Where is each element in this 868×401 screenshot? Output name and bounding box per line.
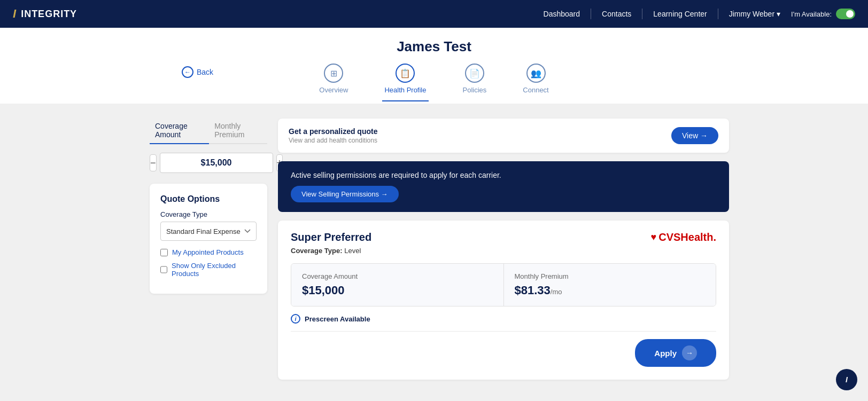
quote-banner-subtitle: View and add health conditions	[289, 137, 377, 144]
coverage-type-key: Coverage Type:	[291, 247, 343, 255]
quote-options-card: Quote Options Coverage Type Standard Fin…	[150, 184, 267, 294]
header-content: James Test ⊞ Overview 📋 Health Profile 📄…	[0, 38, 868, 104]
decrease-amount-button[interactable]: −	[150, 154, 157, 171]
coverage-amount-cell: Coverage Amount $15,000	[291, 264, 503, 306]
coverage-grid: Coverage Amount $15,000 Monthly Premium …	[291, 263, 716, 306]
logo-icon: I	[13, 7, 17, 21]
learning-center-link[interactable]: Learning Center	[653, 10, 707, 18]
availability-label: I'm Available:	[791, 10, 832, 18]
permissions-banner-text: Active selling permissions are required …	[291, 171, 716, 179]
brand-logo: I INTEGRITY	[13, 7, 77, 21]
tab-health-profile-label: Health Profile	[384, 86, 426, 94]
dashboard-link[interactable]: Dashboard	[544, 10, 580, 18]
tab-policies-label: Policies	[463, 86, 487, 94]
quote-banner-title: Get a personalized quote	[289, 127, 377, 136]
monthly-premium-amount: $81.33	[515, 284, 551, 297]
apply-arrow-icon: →	[682, 345, 697, 360]
my-appointed-products-label: My Appointed Products	[172, 248, 244, 256]
cvs-heart-icon: ♥	[651, 232, 657, 243]
connect-icon: 👥	[526, 64, 546, 83]
policies-icon: 📄	[465, 64, 484, 83]
coverage-type-value: Level	[344, 247, 361, 255]
navbar: I INTEGRITY Dashboard Contacts Learning …	[0, 0, 868, 28]
quote-banner: Get a personalized quote View and add he…	[278, 119, 729, 153]
coverage-type-select[interactable]: Standard Final Expense Level Graded Modi…	[160, 222, 257, 241]
prescreen-row: i Prescreen Available	[291, 314, 716, 332]
view-selling-permissions-button[interactable]: View Selling Permissions →	[291, 186, 399, 202]
coverage-amount-label: Coverage Amount	[302, 272, 493, 280]
coverage-amount-value: $15,000	[302, 284, 493, 297]
my-appointed-products-checkbox[interactable]	[160, 249, 168, 256]
monthly-premium-tab[interactable]: Monthly Premium	[209, 119, 267, 144]
show-excluded-checkbox-row[interactable]: Show Only Excluded Products	[160, 262, 257, 278]
header-section: ← Back James Test ⊞ Overview 📋 Health Pr…	[0, 28, 868, 104]
tab-health-profile[interactable]: 📋 Health Profile	[382, 64, 428, 101]
product-card-header: Super Preferred ♥ CVSHealth.	[291, 231, 716, 243]
contacts-link[interactable]: Contacts	[602, 10, 631, 18]
user-menu[interactable]: Jimmy Weber ▾	[729, 10, 780, 18]
right-panel: Get a personalized quote View and add he…	[278, 119, 729, 380]
show-excluded-label: Show Only Excluded Products	[172, 262, 257, 278]
amount-input[interactable]	[160, 153, 273, 173]
view-quote-button[interactable]: View →	[671, 127, 718, 144]
product-card: Super Preferred ♥ CVSHealth. Coverage Ty…	[278, 221, 729, 380]
navbar-right: Dashboard Contacts Learning Center Jimmy…	[544, 9, 855, 19]
monthly-premium-cell: Monthly Premium $81.33/mo	[503, 264, 716, 306]
brand-name: INTEGRITY	[21, 9, 77, 20]
monthly-premium-value: $81.33/mo	[515, 284, 706, 297]
availability-switch[interactable]	[836, 9, 855, 19]
integrity-badge[interactable]: I	[836, 369, 857, 390]
amount-row: − +	[150, 153, 267, 173]
tab-connect[interactable]: 👥 Connect	[521, 64, 551, 101]
my-appointed-products-checkbox-row[interactable]: My Appointed Products	[160, 248, 257, 256]
left-panel: Coverage Amount Monthly Premium − + Quot…	[150, 119, 267, 294]
tab-connect-label: Connect	[523, 86, 548, 94]
coverage-type-label: Coverage Type	[160, 210, 257, 218]
apply-label: Apply	[654, 349, 677, 358]
nav-separator-3	[718, 9, 718, 19]
prescreen-info-icon: i	[291, 314, 300, 324]
coverage-amount-tab[interactable]: Coverage Amount	[150, 119, 209, 144]
apply-button[interactable]: Apply →	[635, 339, 716, 367]
coverage-tabs: Coverage Amount Monthly Premium	[150, 119, 267, 144]
tab-overview-label: Overview	[319, 86, 348, 94]
prescreen-label: Prescreen Available	[305, 315, 370, 323]
tab-overview[interactable]: ⊞ Overview	[317, 64, 350, 101]
page-title: James Test	[397, 38, 471, 55]
permissions-banner: Active selling permissions are required …	[278, 161, 729, 212]
overview-icon: ⊞	[324, 64, 343, 83]
show-excluded-checkbox[interactable]	[160, 266, 167, 273]
carrier-logo: ♥ CVSHealth.	[651, 231, 717, 243]
main-content: Coverage Amount Monthly Premium − + Quot…	[0, 104, 868, 395]
quote-options-title: Quote Options	[160, 194, 257, 204]
availability-toggle: I'm Available:	[791, 9, 855, 19]
monthly-premium-label: Monthly Premium	[515, 272, 706, 280]
per-mo-suffix: /mo	[551, 288, 562, 296]
apply-row: Apply →	[291, 339, 716, 367]
tab-policies[interactable]: 📄 Policies	[461, 64, 489, 101]
product-name: Super Preferred	[291, 231, 371, 243]
nav-separator-1	[591, 9, 591, 19]
coverage-type-row: Coverage Type: Level	[291, 247, 716, 255]
user-name: Jimmy Weber	[729, 10, 774, 18]
user-chevron-icon: ▾	[777, 10, 780, 18]
nav-separator-2	[642, 9, 642, 19]
health-profile-icon: 📋	[396, 64, 415, 83]
tabs-row: ⊞ Overview 📋 Health Profile 📄 Policies 👥…	[317, 64, 551, 104]
quote-banner-text: Get a personalized quote View and add he…	[289, 127, 377, 144]
carrier-name: CVSHealth.	[658, 231, 716, 243]
